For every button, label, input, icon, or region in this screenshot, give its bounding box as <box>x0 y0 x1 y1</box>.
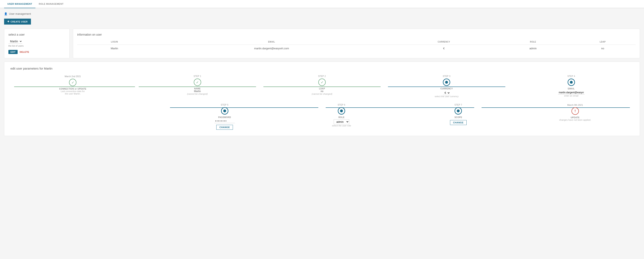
step4-label: EMAIL <box>568 88 575 90</box>
step-update-label: UPDATE <box>571 116 580 119</box>
step6-hint: select the user role <box>332 124 351 127</box>
step3-hint: select the user currency <box>435 95 458 98</box>
user-action-buttons: EDIT DELETE <box>8 50 65 54</box>
plus-icon: ✚ <box>7 20 10 23</box>
step-email: STEP 4 EMAIL enter an email <box>509 75 634 97</box>
step4-hint: enter an email <box>564 94 578 97</box>
step2-label: LDAP <box>319 88 325 90</box>
step-role: STEP 6 ROLE admin user viewer select the… <box>283 104 400 127</box>
email-input[interactable] <box>558 91 584 94</box>
info-table: LOGIN EMAIL CURRENCY ROLE LDAP Martin ma… <box>77 39 636 52</box>
step3-circle <box>443 79 450 86</box>
step1-label: NAME <box>194 88 200 90</box>
line-2-3 <box>264 86 380 87</box>
step4-top-label: STEP 4 <box>568 75 575 77</box>
col-ldap: LDAP <box>570 39 636 45</box>
select-user-title: select a user <box>8 33 65 36</box>
step-update: March 9th 2021 ! UPDATE changes have not… <box>517 104 634 121</box>
step7-top-label: STEP 7 <box>454 104 462 106</box>
step-connection-label: CONNECTION or UPDATE <box>59 88 86 90</box>
step5-top-label: STEP 5 <box>221 104 228 106</box>
step-name: STEP 1 ✓ NAME Martin (cannot be changed) <box>135 75 260 95</box>
step2-sublabel: (cannot be changed) <box>312 93 332 95</box>
user-select-dropdown[interactable]: Martin Admin Guest <box>8 39 22 44</box>
step-update-date: March 9th 2021 <box>568 104 583 106</box>
col-login: LOGIN <box>77 39 152 45</box>
step1-sublabel: (cannot be changed) <box>187 93 208 95</box>
stepper-row-1: March 2nd 2021 ✓ CONNECTION or UPDATE La… <box>10 75 634 98</box>
line-7-update <box>482 107 630 108</box>
cell-currency: € <box>392 45 496 52</box>
currency-select[interactable]: € $ £ <box>443 91 450 95</box>
step-currency: STEP 3 CURRENCY € $ £ select the user cu… <box>384 75 509 98</box>
step-scope: STEP 7 SCOPE CHANGE <box>400 104 516 125</box>
step2-top-label: STEP 2 <box>318 75 326 77</box>
step-update-circle: ! <box>572 107 579 115</box>
step6-label: ROLE <box>338 116 344 118</box>
line-6-7 <box>326 107 474 108</box>
cell-login: Martin <box>77 45 152 52</box>
step7-label: SCOPE <box>454 116 462 118</box>
step7-circle <box>454 107 462 115</box>
line-0-1 <box>14 86 135 87</box>
step6-top-label: STEP 6 <box>338 104 345 106</box>
role-select[interactable]: admin user viewer <box>334 119 349 124</box>
line-5-6 <box>170 107 318 108</box>
info-card-title: information on user <box>77 33 636 36</box>
edit-button[interactable]: EDIT <box>8 50 18 54</box>
top-cards-row: select a user Martin Admin Guest the lis… <box>4 29 640 58</box>
step6-circle <box>338 107 345 115</box>
step4-circle <box>568 79 575 86</box>
col-role: ROLE <box>496 39 570 45</box>
stepper-row-2: STEP 5 PASSWORD CHANGE STEP 6 ROLE admin… <box>10 104 634 130</box>
nav-user-management[interactable]: USER MANAGEMENT <box>4 0 36 8</box>
user-management-icon: 👤 <box>4 12 7 15</box>
user-list-hint: the list of users <box>8 45 65 47</box>
cell-ldap: no <box>570 45 636 52</box>
page-title: User management <box>9 12 31 15</box>
step3-label: CURRENCY <box>440 88 453 90</box>
line-1-2 <box>139 86 256 87</box>
nav-role-management[interactable]: ROLE MANAGEMENT <box>36 0 67 8</box>
step5-label: PASSWORD <box>218 116 231 118</box>
step-connection-circle: ✓ <box>69 79 76 86</box>
top-nav: USER MANAGEMENT ROLE MANAGEMENT <box>0 0 644 8</box>
step3-top-label: STEP 3 <box>443 75 450 77</box>
info-card: information on user LOGIN EMAIL CURRENCY… <box>73 29 640 58</box>
cell-email: martin.dargent@easyvirt.com <box>152 45 392 52</box>
step-connection-date: March 2nd 2021 <box>64 75 81 77</box>
select-user-card: select a user Martin Admin Guest the lis… <box>4 29 70 58</box>
scope-change-button[interactable]: CHANGE <box>450 120 466 125</box>
create-user-button[interactable]: ✚ CREATE USER <box>4 19 31 24</box>
step1-circle: ✓ <box>194 79 201 86</box>
edit-params-title: edit user parameters for Martin <box>10 67 634 70</box>
cell-role: admin <box>496 45 570 52</box>
col-currency: CURRENCY <box>392 39 496 45</box>
step5-circle <box>221 107 228 115</box>
step-connection: March 2nd 2021 ✓ CONNECTION or UPDATE La… <box>10 75 135 95</box>
step2-value: no <box>320 90 323 93</box>
step1-value: Martin <box>194 90 201 93</box>
step2-circle: ✓ <box>318 79 326 86</box>
step1-top-label: STEP 1 <box>194 75 201 77</box>
user-select-row: Martin Admin Guest <box>8 39 65 44</box>
page-header: 👤 User management <box>4 12 640 15</box>
main-content: 👤 User management ✚ CREATE USER select a… <box>0 8 644 140</box>
col-email: EMAIL <box>152 39 392 45</box>
password-change-button[interactable]: CHANGE <box>216 125 233 130</box>
step-ldap: STEP 2 ✓ LDAP no (cannot be changed) <box>260 75 384 95</box>
line-3-4 <box>388 86 505 87</box>
table-row: Martin martin.dargent@easyvirt.com € adm… <box>77 45 636 52</box>
delete-button[interactable]: DELETE <box>20 51 29 53</box>
password-input[interactable] <box>214 119 235 123</box>
edit-params-card: edit user parameters for Martin March 2n… <box>4 62 640 136</box>
step-connection-value: Last connection date for the user Martin… <box>60 90 85 95</box>
step-update-value: changes have not been applied. <box>559 119 591 121</box>
